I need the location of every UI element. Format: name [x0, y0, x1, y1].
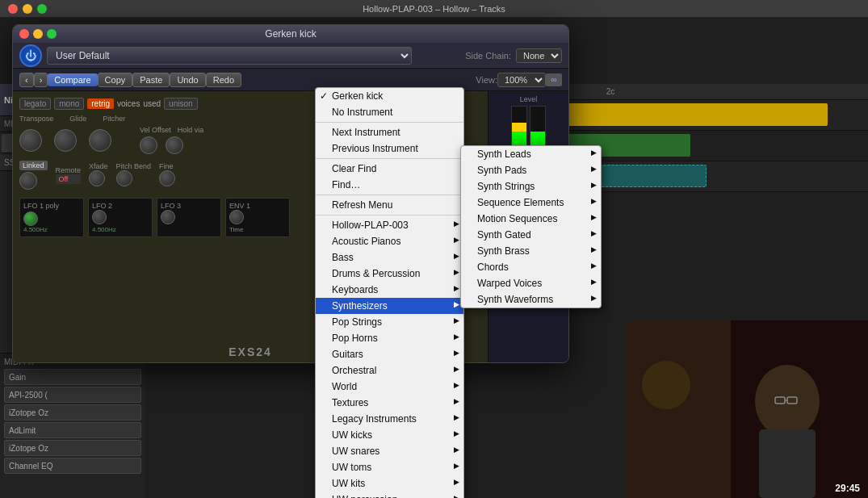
- menu-sep-1: [316, 122, 463, 123]
- synth-item-pads[interactable]: Synth Pads: [461, 162, 601, 178]
- synth-item-chords[interactable]: Chords: [461, 259, 601, 275]
- lfo3-rate-knob[interactable]: [161, 210, 175, 224]
- retrig-tag[interactable]: retrig: [87, 98, 114, 109]
- synth-item-strings[interactable]: Synth Strings: [461, 178, 601, 195]
- menu-item-no-instrument[interactable]: No Instrument: [316, 104, 463, 120]
- sidechain-select[interactable]: None: [516, 48, 562, 63]
- vel-offset-knob[interactable]: [140, 136, 157, 154]
- plugin-slot-gain[interactable]: Gain: [4, 369, 141, 385]
- lfo2-label: LFO 2: [92, 202, 149, 210]
- transpose-knob[interactable]: [19, 129, 42, 152]
- menu-item-guitars[interactable]: Guitars: [316, 346, 463, 362]
- pitch-bend-knob[interactable]: [116, 170, 132, 186]
- menu-item-pop-horns[interactable]: Pop Horns: [316, 330, 463, 346]
- menu-item-orchestral[interactable]: Orchestral: [316, 362, 463, 379]
- mono-tag[interactable]: mono: [54, 98, 84, 110]
- menu-item-refresh-menu[interactable]: Refresh Menu: [316, 197, 463, 213]
- plugin-slot-adlimit[interactable]: AdLimit: [4, 422, 141, 438]
- synth-item-sequence-elements[interactable]: Sequence Elements: [461, 195, 601, 211]
- undo-button[interactable]: Undo: [170, 73, 205, 87]
- menu-sep-4: [316, 215, 463, 216]
- unison-tag[interactable]: unison: [164, 98, 197, 110]
- lfo1-rate-knob[interactable]: [23, 211, 38, 226]
- remote-block: Remote Off: [56, 166, 82, 184]
- menu-item-pop-strings[interactable]: Pop Strings: [316, 314, 463, 330]
- window-controls: [8, 4, 47, 14]
- menu-item-legacy-instruments[interactable]: Legacy Instruments: [316, 411, 463, 427]
- menu-item-keyboards[interactable]: Keyboards: [316, 282, 463, 298]
- plugin-slot-izotope1[interactable]: iZotope Oz: [4, 404, 141, 421]
- menu-item-gerken-kick[interactable]: Gerken kick: [316, 88, 463, 104]
- menu-item-uw-toms[interactable]: UW toms: [316, 459, 463, 475]
- plugin-maximize-btn[interactable]: [47, 29, 57, 39]
- nav-forward-button[interactable]: ›: [34, 73, 48, 87]
- lfo2-rate-knob[interactable]: [92, 210, 107, 224]
- menu-item-uw-snares[interactable]: UW snares: [316, 443, 463, 459]
- compare-button[interactable]: Compare: [48, 73, 97, 86]
- env1-knob[interactable]: [229, 210, 244, 224]
- menu-item-hollow-plap[interactable]: Hollow-PLAP-003: [316, 217, 463, 233]
- menu-item-uw-kits[interactable]: UW kits: [316, 475, 463, 492]
- vel-knobs: [140, 136, 203, 154]
- synth-item-leads[interactable]: Synth Leads: [461, 146, 601, 162]
- menu-item-find[interactable]: Find…: [316, 177, 463, 193]
- paste-button[interactable]: Paste: [132, 73, 170, 87]
- hold-via-knob[interactable]: [166, 136, 183, 154]
- menu-item-bass[interactable]: Bass: [316, 249, 463, 266]
- lfo2-block: LFO 2 4.500Hz: [88, 198, 153, 237]
- minimize-button[interactable]: [23, 4, 32, 14]
- legato-tag[interactable]: legato: [19, 98, 51, 110]
- menu-item-textures[interactable]: Textures: [316, 395, 463, 411]
- xfade-knob[interactable]: [89, 170, 105, 186]
- plugin-close-btn[interactable]: [19, 29, 29, 39]
- view-label: View:: [476, 75, 497, 85]
- nav-back-button[interactable]: ‹: [19, 73, 34, 87]
- pitcher-label: Pitcher: [103, 115, 125, 123]
- synth-item-synth-brass[interactable]: Synth Brass: [461, 243, 601, 259]
- menu-item-acoustic-pianos[interactable]: Acoustic Pianos: [316, 233, 463, 249]
- env1-time: Time: [229, 226, 286, 233]
- menu-item-uw-kicks[interactable]: UW kicks: [316, 427, 463, 443]
- menu-item-previous-instrument[interactable]: Previous Instrument: [316, 140, 463, 157]
- linked-block: Linked: [19, 161, 48, 190]
- plugin-slot-channeleq[interactable]: Channel EQ: [4, 458, 141, 474]
- camera-person: [626, 320, 868, 498]
- vel-controls: Vel Offset Hold via: [140, 126, 203, 154]
- copy-button[interactable]: Copy: [98, 73, 133, 87]
- plugin-minimize-btn[interactable]: [33, 29, 43, 39]
- exs24-bottom-label: EXS24: [229, 345, 272, 358]
- fine-knob[interactable]: [159, 170, 175, 186]
- vel-offset-label: Vel Offset: [140, 126, 171, 134]
- linked-btn[interactable]: Linked: [19, 161, 48, 170]
- redo-button[interactable]: Redo: [206, 73, 241, 87]
- synth-item-waveforms[interactable]: Synth Waveforms: [461, 291, 601, 308]
- power-button[interactable]: ⏻: [19, 44, 42, 67]
- menu-item-uw-percussion[interactable]: UW percussion: [316, 492, 463, 498]
- lfo3-label: LFO 3: [161, 202, 217, 210]
- synth-item-synth-gated[interactable]: Synth Gated: [461, 227, 601, 243]
- xfade-block: Xfade: [89, 162, 108, 188]
- ruler-2c: 2c: [606, 87, 615, 96]
- maximize-button[interactable]: [37, 4, 47, 14]
- glide-knob[interactable]: [54, 129, 77, 152]
- level-label: Level: [520, 95, 538, 103]
- linked-knob[interactable]: [19, 172, 37, 190]
- plugin-slot-api[interactable]: API-2500 (: [4, 387, 141, 403]
- hold-via-label: Hold via: [178, 126, 204, 134]
- pitcher-knob[interactable]: [89, 129, 111, 152]
- menu-item-next-instrument[interactable]: Next Instrument: [316, 124, 463, 140]
- menu-item-clear-find[interactable]: Clear Find: [316, 161, 463, 177]
- remote-off[interactable]: Off: [56, 174, 82, 184]
- close-button[interactable]: [8, 4, 18, 14]
- plugin-slot-izotope2[interactable]: iZotope Oz: [4, 440, 141, 456]
- synth-item-motion-sequences[interactable]: Motion Sequences: [461, 211, 601, 227]
- fine-block: Fine: [159, 162, 175, 188]
- menu-item-world[interactable]: World: [316, 379, 463, 395]
- synth-item-warped-voices[interactable]: Warped Voices: [461, 275, 601, 291]
- menu-item-synthesizers[interactable]: Synthesizers ▶: [316, 298, 463, 314]
- menu-item-drums-percussion[interactable]: Drums & Percussion: [316, 266, 463, 282]
- preset-select[interactable]: User Default: [47, 47, 412, 65]
- link-button[interactable]: ∞: [546, 73, 562, 86]
- lfo1-knobs: [23, 211, 80, 226]
- view-select[interactable]: 100%: [497, 73, 546, 87]
